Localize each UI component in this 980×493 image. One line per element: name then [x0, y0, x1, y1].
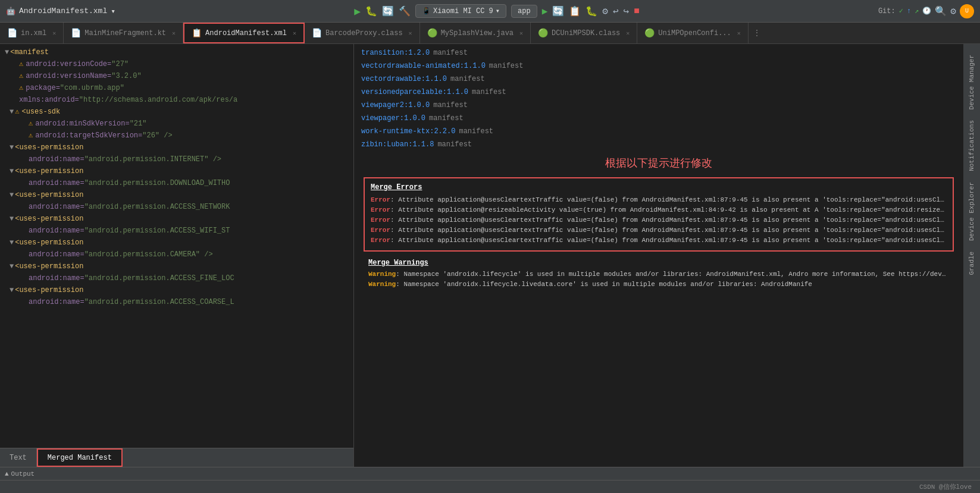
debug-icon[interactable]: 🐛: [365, 5, 377, 17]
main-content: ▼ <manifest ⚠ android:versionCode="27" ⚠…: [0, 44, 980, 467]
warning-icon-versionname: ⚠: [19, 71, 23, 81]
toolbar-btn-stop[interactable]: ■: [634, 6, 640, 17]
run-icon[interactable]: ▶: [354, 5, 361, 18]
tab-label-dcunimpsdk: DCUniMPSDK.class: [552, 29, 620, 37]
merge-warnings-section: Merge Warnings Warning: Namespace 'andro…: [359, 254, 959, 294]
code-line-manifest: ▼ <manifest: [0, 46, 353, 58]
warning-icon-versioncode: ⚠: [19, 59, 23, 70]
code-line-targetsdk: ⚠ android:targetSdkVersion="26" />: [0, 130, 353, 142]
merge-warnings-title: Merge Warnings: [368, 259, 949, 267]
tab-close-manifest[interactable]: ✕: [293, 30, 296, 37]
code-line-perm-camera: android:name="android.permission.CAMERA"…: [0, 249, 353, 260]
collapse-perm-network[interactable]: ▼: [10, 190, 14, 200]
tab-in-xml[interactable]: 📄 in.xml ✕: [0, 23, 64, 43]
tab-bar: 📄 in.xml ✕ 📄 MainMineFragment.kt ✕ 📋 And…: [0, 23, 980, 44]
merge-error-line-2: Error: Attribute application@resizeableA…: [371, 205, 947, 215]
bottom-tab-text[interactable]: Text: [0, 448, 37, 467]
settings-icon[interactable]: ⚙: [950, 5, 956, 17]
device-name: Xiaomi MI CC 9: [433, 7, 493, 15]
code-line-perm-wifi-tag: ▼ <uses-permission: [0, 213, 353, 225]
code-line-perm-fine: android:name="android.permission.ACCESS_…: [0, 272, 353, 284]
tab-barcode-proxy[interactable]: 📄 BarcodeProxy.class ✕: [305, 23, 420, 43]
dropdown-arrow[interactable]: ▾: [111, 7, 115, 16]
tab-icon-main-mine: 📄: [71, 28, 81, 38]
right-panel: transition:1.2.0 manifest vectordrawable…: [354, 44, 963, 467]
collapse-perm-fine[interactable]: ▼: [10, 261, 14, 272]
tab-unimp[interactable]: 🟢 UniMPOpenConfi... ✕: [637, 23, 748, 43]
device-selector[interactable]: 📱 Xiaomi MI CC 9 ▾: [415, 4, 506, 18]
warning-icon-package: ⚠: [19, 83, 23, 93]
side-tab-device-explorer[interactable]: Device Explorer: [966, 177, 978, 246]
code-line-minsdk: ⚠ android:minSdkVersion="21": [0, 118, 353, 130]
bottom-tab-merged-manifest[interactable]: Merged Manifest: [37, 448, 123, 467]
git-up-arrow[interactable]: ↗: [915, 7, 919, 15]
git-check[interactable]: ✓: [899, 7, 903, 15]
tab-close-main-mine[interactable]: ✕: [172, 30, 176, 37]
bottom-tabs: Text Merged Manifest: [0, 448, 353, 467]
toolbar-btn-undo[interactable]: ↩: [613, 5, 619, 17]
code-line-perm-internet: android:name="android.permission.INTERNE…: [0, 153, 353, 165]
tab-close-barcode[interactable]: ✕: [409, 30, 412, 37]
side-tab-notifications[interactable]: Notifications: [966, 115, 978, 176]
title-bar-right: Git: ✓ ↑ ↗ 🕐 🔍 ⚙ U: [878, 4, 974, 18]
collapse-uses-sdk[interactable]: ▼: [10, 106, 14, 117]
warning-icon-targetsdk: ⚠: [29, 130, 33, 141]
code-line-package: ⚠ package="com.ubrmb.app": [0, 82, 353, 94]
bottom-tab-merged-label: Merged Manifest: [48, 454, 112, 462]
toolbar-btn-redo[interactable]: ↪: [624, 5, 630, 17]
side-tab-gradle[interactable]: Gradle: [966, 247, 978, 280]
side-tab-device-manager[interactable]: Device Manager: [966, 50, 978, 114]
user-avatar[interactable]: U: [960, 4, 974, 18]
output-bar: ▲ Output: [0, 467, 980, 480]
app-label[interactable]: app: [511, 5, 537, 18]
code-line-versioncode: ⚠ android:versionCode="27": [0, 58, 353, 70]
collapse-perm-camera[interactable]: ▼: [10, 237, 14, 248]
code-line-uses-sdk: ▼ ⚠ <uses-sdk: [0, 106, 353, 118]
toolbar-btn-3[interactable]: 📋: [569, 5, 581, 17]
tab-android-manifest[interactable]: 📋 AndroidManifest.xml ✕: [183, 23, 305, 43]
toolbar-btn-5[interactable]: ⚙: [602, 5, 608, 17]
git-push[interactable]: ↑: [907, 7, 911, 15]
tab-dcunimpsdk[interactable]: 🟢 DCUniMPSDK.class ✕: [531, 23, 637, 43]
tab-close-mysplash[interactable]: ✕: [519, 30, 523, 37]
expand-icon: ▲: [5, 470, 9, 478]
search-icon[interactable]: 🔍: [935, 5, 947, 17]
tab-close-in-xml[interactable]: ✕: [52, 30, 56, 37]
tab-icon-dcunimpsdk: 🟢: [538, 28, 548, 38]
tab-label-in-xml: in.xml: [21, 29, 46, 37]
build-icon[interactable]: 🔨: [399, 5, 411, 17]
collapse-perm-coarse[interactable]: ▼: [10, 285, 14, 296]
output-label[interactable]: ▲ Output: [5, 470, 35, 478]
code-line-xmlns: xmlns:android="http://schemas.android.co…: [0, 94, 353, 106]
manifest-item-versionedparcelable: versionedparcelable:1.1.0 manifest: [359, 86, 959, 99]
merge-warning-line-2: Warning: Namespace 'androidx.lifecycle.l…: [368, 280, 949, 290]
tab-mysplash[interactable]: 🟢 MySplashView.java ✕: [420, 23, 531, 43]
toolbar-btn-2[interactable]: 🔄: [552, 5, 564, 17]
collapse-perm-wifi[interactable]: ▼: [10, 213, 14, 224]
code-line-perm-camera-tag: ▼ <uses-permission: [0, 237, 353, 249]
merge-error-line-4: Error: Attribute application@usesClearte…: [371, 225, 947, 235]
tabs-more-button[interactable]: ⋮: [749, 29, 765, 37]
merge-warning-line-1: Warning: Namespace 'androidx.lifecycle' …: [368, 269, 949, 280]
tab-close-unimp[interactable]: ✕: [737, 30, 741, 37]
code-line-perm-download-tag: ▼ <uses-permission: [0, 165, 353, 177]
git-label: Git:: [878, 7, 896, 15]
code-line-perm-coarse-tag: ▼ <uses-permission: [0, 284, 353, 296]
output-text: Output: [11, 470, 35, 478]
code-line-perm-network-tag: ▼ <uses-permission: [0, 189, 353, 201]
clock-icon[interactable]: 🕐: [922, 7, 931, 15]
tab-label-unimp: UniMPOpenConfi...: [658, 29, 731, 37]
tab-main-mine-fragment[interactable]: 📄 MainMineFragment.kt ✕: [64, 23, 183, 43]
collapse-perm-download[interactable]: ▼: [10, 166, 14, 177]
android-icon: 🤖: [6, 7, 15, 16]
collapse-perm-internet[interactable]: ▼: [10, 142, 14, 153]
merge-errors-title: Merge Errors: [371, 183, 947, 191]
manifest-item-viewpager2: viewpager2:1.0.0 manifest: [359, 99, 959, 112]
toolbar-btn-1[interactable]: ▶: [542, 5, 548, 17]
toolbar-btn-4[interactable]: 🐛: [586, 5, 597, 17]
collapse-manifest[interactable]: ▼: [5, 47, 9, 58]
tab-close-dcunimpsdk[interactable]: ✕: [626, 30, 630, 37]
sync-icon[interactable]: 🔄: [382, 5, 394, 17]
side-tabs: Device Manager Notifications Device Expl…: [963, 44, 980, 467]
bottom-tab-text-label: Text: [10, 454, 27, 462]
